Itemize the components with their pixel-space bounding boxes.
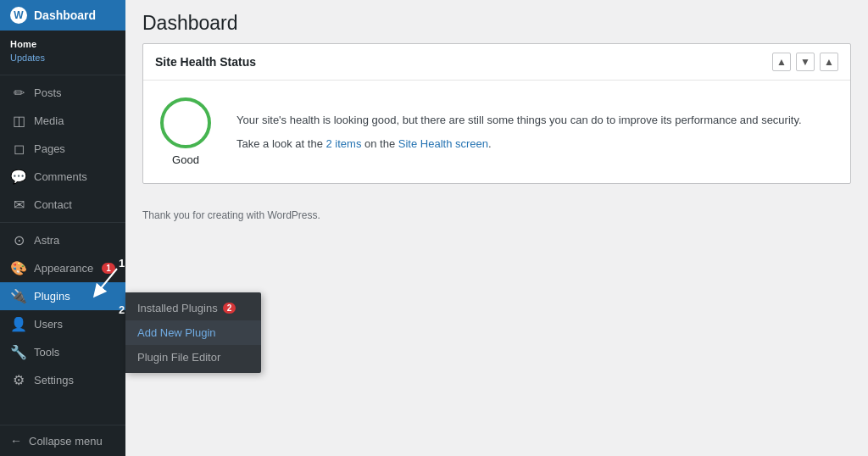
sidebar-astra-label: Astra: [34, 234, 59, 247]
health-link-pre: Take a look at the: [236, 137, 326, 150]
page-title: Dashboard: [142, 12, 851, 35]
widget-collapse-up-button[interactable]: ▲: [772, 53, 791, 71]
sidebar-divider-1: [0, 75, 125, 75]
settings-icon: ⚙: [10, 372, 27, 388]
sidebar-item-plugins[interactable]: 🔌 Plugins: [0, 282, 125, 310]
sidebar-item-pages[interactable]: ◻ Pages: [0, 135, 125, 163]
sidebar-plugins-label: Plugins: [34, 290, 70, 303]
health-link-mid: on the: [361, 137, 398, 150]
collapse-menu-button[interactable]: ← Collapse menu: [0, 425, 125, 456]
contact-icon: ✉: [10, 197, 27, 213]
users-icon: 👤: [10, 316, 27, 332]
sidebar-item-media[interactable]: ◫ Media: [0, 107, 125, 135]
installed-plugins-label: Installed Plugins: [137, 302, 218, 314]
sidebar-item-tools[interactable]: 🔧 Tools: [0, 338, 125, 366]
sidebar-media-label: Media: [34, 114, 64, 127]
health-description-text: Your site's health is looking good, but …: [236, 112, 802, 129]
sidebar-updates-link[interactable]: Updates: [0, 51, 125, 68]
comments-icon: 💬: [10, 169, 27, 185]
sidebar-item-posts[interactable]: ✏ Posts: [0, 79, 125, 107]
sidebar-posts-label: Posts: [34, 86, 62, 99]
sidebar-appearance-label: Appearance: [34, 262, 93, 275]
submenu-plugin-file-editor[interactable]: Plugin File Editor: [125, 345, 261, 370]
widget-body: Good Your site's health is looking good,…: [143, 81, 850, 183]
installed-plugins-badge: 2: [223, 303, 236, 314]
submenu-add-new-plugin[interactable]: Add New Plugin: [125, 320, 261, 345]
sidebar-contact-label: Contact: [34, 198, 72, 211]
sidebar-tools-label: Tools: [34, 346, 59, 359]
widget-title: Site Health Status: [155, 55, 256, 69]
sidebar-divider-2: [0, 222, 125, 223]
health-status-label: Good: [172, 153, 199, 166]
astra-icon: ⊙: [10, 232, 27, 248]
sidebar-item-comments[interactable]: 💬 Comments: [0, 163, 125, 191]
appearance-icon: 🎨: [10, 260, 27, 276]
health-link-post: .: [488, 137, 492, 150]
appearance-badge: 1: [102, 263, 115, 274]
collapse-icon: ←: [10, 434, 22, 448]
sidebar-item-contact[interactable]: ✉ Contact: [0, 191, 125, 219]
sidebar-pages-label: Pages: [34, 142, 65, 155]
sidebar-home-title[interactable]: Home: [0, 34, 125, 51]
sidebar-comments-label: Comments: [34, 170, 87, 183]
tools-icon: 🔧: [10, 344, 27, 360]
widget-collapse-down-button[interactable]: ▼: [796, 53, 815, 71]
pages-icon: ◻: [10, 141, 27, 157]
sidebar-settings-label: Settings: [34, 374, 74, 386]
health-status-indicator: Good: [160, 97, 211, 166]
wordpress-logo-icon: [10, 7, 27, 24]
sidebar-item-settings[interactable]: ⚙ Settings: [0, 366, 125, 394]
media-icon: ◫: [10, 113, 27, 129]
health-items-link[interactable]: 2 items: [326, 137, 362, 150]
sidebar-item-users[interactable]: 👤 Users: [0, 310, 125, 338]
sidebar-users-label: Users: [34, 318, 63, 331]
posts-icon: ✏: [10, 85, 27, 101]
main-header: Dashboard: [125, 0, 868, 43]
health-link-paragraph: Take a look at the 2 items on the Site H…: [236, 136, 802, 153]
sidebar: Dashboard Home Updates ✏ Posts ◫ Media ◻…: [0, 0, 125, 456]
sidebar-home-section: Home Updates: [0, 31, 125, 71]
widget-header: Site Health Status ▲ ▼ ▲: [143, 44, 850, 81]
collapse-label: Collapse menu: [29, 435, 103, 448]
widget-controls: ▲ ▼ ▲: [772, 53, 838, 71]
submenu-installed-plugins[interactable]: Installed Plugins 2: [125, 296, 261, 320]
health-description: Your site's health is looking good, but …: [236, 112, 802, 152]
widget-expand-button[interactable]: ▲: [820, 53, 838, 71]
sidebar-item-appearance[interactable]: 🎨 Appearance 1: [0, 254, 125, 282]
plugins-icon: 🔌: [10, 288, 27, 304]
sidebar-header-title: Dashboard: [34, 8, 96, 22]
plugins-submenu: Installed Plugins 2 Add New Plugin Plugi…: [125, 292, 261, 373]
footer-note: Thank you for creating with WordPress.: [125, 201, 868, 230]
plugin-file-editor-label: Plugin File Editor: [137, 351, 220, 364]
site-health-screen-link[interactable]: Site Health screen: [398, 137, 488, 150]
sidebar-item-astra[interactable]: ⊙ Astra: [0, 226, 125, 254]
site-health-widget: Site Health Status ▲ ▼ ▲ Good Your site'…: [142, 43, 851, 184]
health-ring: [160, 97, 211, 148]
main-content: Dashboard Site Health Status ▲ ▼ ▲ Good …: [125, 0, 868, 456]
sidebar-header[interactable]: Dashboard: [0, 0, 125, 31]
add-new-plugin-label: Add New Plugin: [137, 326, 216, 339]
